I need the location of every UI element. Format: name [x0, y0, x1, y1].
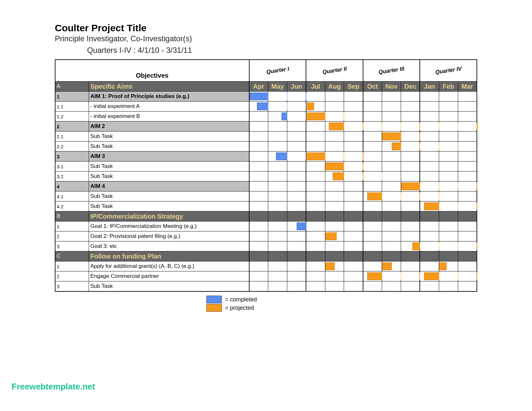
gantt-cell: [382, 152, 401, 161]
row-id: 2: [55, 231, 89, 241]
row-id: 2.2: [55, 142, 89, 152]
gantt-cell: [458, 281, 477, 292]
gantt-cell: [439, 201, 458, 211]
gantt-cell: [268, 281, 287, 292]
gantt-cell: [249, 181, 268, 191]
gantt-cell: [325, 142, 344, 152]
month-header: May: [268, 82, 287, 92]
section-cell: [382, 251, 401, 261]
section-cell: [325, 211, 344, 221]
gantt-cell: [325, 201, 344, 211]
gantt-cell: [344, 261, 363, 271]
row-task: AIM 1: Proof of Principle studies (e.g.): [89, 92, 249, 102]
gantt-cell: [401, 161, 420, 171]
gantt-cell: [268, 231, 287, 241]
row-task: Sub Task: [89, 161, 249, 171]
section-label: Follow on funding Plan: [89, 251, 249, 261]
gantt-cell: [325, 112, 344, 122]
gantt-cell: [344, 191, 363, 201]
gantt-cell: [458, 132, 477, 142]
gantt-cell: [287, 201, 306, 211]
gantt-cell: [363, 241, 382, 251]
gantt-cell: [268, 132, 287, 142]
month-header: Aug: [325, 82, 344, 92]
gantt-cell: [287, 142, 306, 152]
gantt-cell: [401, 231, 420, 241]
gantt-cell: [344, 132, 363, 142]
section-cell: [249, 251, 268, 261]
gantt-cell: [287, 92, 306, 102]
gantt-cell: [249, 132, 268, 142]
gantt-cell: [268, 271, 287, 281]
section-cell: [325, 251, 344, 261]
gantt-cell: [268, 241, 287, 251]
gantt-bar: [325, 232, 337, 240]
gantt-cell: [401, 241, 420, 251]
gantt-cell: [401, 132, 420, 142]
gantt-cell: [344, 201, 363, 211]
month-header: Jul: [306, 82, 325, 92]
gantt-cell: [420, 112, 439, 122]
gantt-cell: [401, 152, 420, 161]
gantt-cell: [363, 191, 382, 201]
gantt-cell: [439, 261, 458, 271]
gantt-cell: [344, 221, 363, 231]
quarter-header: Quarter IV: [420, 60, 477, 82]
row-id: 3: [55, 241, 89, 251]
gantt-cell: [249, 191, 268, 201]
row-task: Goal 1: IP/Commercialization Meeting (e.…: [89, 221, 249, 231]
gantt-cell: [401, 112, 420, 122]
row-id: 1: [55, 221, 89, 231]
gantt-cell: [287, 152, 306, 161]
gantt-bar: [325, 262, 335, 270]
gantt-cell: [344, 92, 363, 102]
gantt-cell: [420, 122, 439, 132]
section-id: A: [55, 82, 89, 92]
gantt-cell: [420, 181, 439, 191]
gantt-cell: [382, 171, 401, 181]
month-header: Oct: [363, 82, 382, 92]
gantt-cell: [458, 191, 477, 201]
gantt-cell: [439, 152, 458, 161]
gantt-cell: [325, 241, 344, 251]
gantt-cell: [382, 261, 401, 271]
section-id: B: [55, 211, 89, 221]
gantt-cell: [382, 231, 401, 241]
gantt-cell: [363, 92, 382, 102]
gantt-cell: [344, 181, 363, 191]
gantt-cell: [382, 161, 401, 171]
gantt-cell: [420, 271, 439, 281]
gantt-cell: [325, 281, 344, 292]
gantt-cell: [363, 281, 382, 292]
quarter-header: Quarter III: [363, 60, 420, 82]
gantt-cell: [325, 181, 344, 191]
gantt-cell: [249, 122, 268, 132]
gantt-cell: [439, 281, 458, 292]
gantt-cell: [439, 161, 458, 171]
row-task: - initial experiment A: [89, 102, 249, 112]
gantt-cell: [306, 271, 325, 281]
gantt-cell: [344, 122, 363, 132]
section-cell: [344, 211, 363, 221]
gantt-cell: [249, 281, 268, 292]
section-cell: [287, 251, 306, 261]
row-task: Sub Task: [89, 191, 249, 201]
gantt-cell: [287, 112, 306, 122]
gantt-cell: [363, 152, 382, 161]
gantt-cell: [458, 142, 477, 152]
row-task: AIM 4: [89, 181, 249, 191]
gantt-cell: [363, 261, 382, 271]
gantt-cell: [420, 102, 439, 112]
gantt-cell: [306, 191, 325, 201]
gantt-cell: [287, 221, 306, 231]
legend-label-completed: = completed: [225, 296, 257, 303]
gantt-cell: [344, 171, 363, 181]
gantt-cell: [458, 221, 477, 231]
gantt-bar: [297, 222, 306, 230]
page-title: Coulter Project Title: [55, 23, 477, 34]
gantt-cell: [420, 171, 439, 181]
gantt-cell: [249, 241, 268, 251]
row-id: 1.2: [55, 112, 89, 122]
gantt-cell: [458, 261, 477, 271]
section-cell: [344, 251, 363, 261]
